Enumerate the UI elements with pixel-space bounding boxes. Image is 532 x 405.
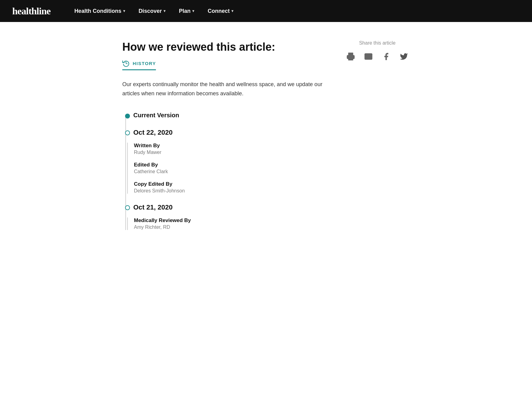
timeline-current-version: Current Version — [133, 111, 327, 119]
nav-item-connect[interactable]: Connect ▾ — [202, 5, 239, 17]
article-review-section: How we reviewed this article: HISTORY Ou… — [122, 40, 410, 239]
nav-item-discover[interactable]: Discover ▾ — [133, 5, 171, 17]
twitter-icon[interactable] — [398, 51, 410, 62]
chevron-down-icon: ▾ — [164, 9, 165, 13]
entry-edited-by: Edited By Catherine Clark — [134, 162, 327, 174]
entry-name-medical: Amy Richter, RD — [134, 224, 327, 230]
timeline-version-2: Oct 21, 2020 Medically Reviewed By Amy R… — [133, 202, 327, 230]
version-entries-1: Written By Rudy Mawer Edited By Catherin… — [127, 143, 327, 194]
entry-role-written: Written By — [134, 143, 327, 149]
review-heading: How we reviewed this article: — [122, 40, 327, 53]
history-icon — [122, 60, 130, 67]
version-date-1: Oct 22, 2020 — [133, 127, 327, 137]
entry-role-medical: Medically Reviewed By — [134, 217, 327, 224]
current-version-label: Current Version — [133, 111, 327, 119]
review-description: Our experts continually monitor the heal… — [122, 80, 327, 98]
print-icon[interactable] — [345, 51, 357, 62]
main-navigation: healthline Health Conditions ▾ Discover … — [0, 0, 532, 22]
nav-menu: Health Conditions ▾ Discover ▾ Plan ▾ Co… — [69, 5, 239, 17]
entry-role-edited: Edited By — [134, 162, 327, 168]
nav-item-health-conditions[interactable]: Health Conditions ▾ — [69, 5, 131, 17]
share-label: Share this article — [345, 40, 410, 46]
timeline: Current Version Oct 22, 2020 Written By … — [122, 111, 327, 230]
version-date-2: Oct 21, 2020 — [133, 202, 327, 211]
entry-name-edited: Catherine Clark — [134, 169, 327, 174]
timeline-dot-filled — [125, 114, 130, 119]
version-entries-2: Medically Reviewed By Amy Richter, RD — [127, 217, 327, 230]
review-left-column: How we reviewed this article: HISTORY Ou… — [122, 40, 327, 239]
email-icon[interactable] — [363, 51, 374, 62]
share-section: Share this article — [345, 40, 410, 62]
share-icons-row — [345, 51, 410, 62]
history-tab[interactable]: HISTORY — [122, 60, 156, 70]
site-logo[interactable]: healthline — [12, 5, 50, 17]
history-tab-label: HISTORY — [133, 61, 156, 66]
entry-medically-reviewed-by: Medically Reviewed By Amy Richter, RD — [134, 217, 327, 230]
facebook-icon[interactable] — [380, 51, 392, 62]
nav-item-plan[interactable]: Plan ▾ — [173, 5, 200, 17]
chevron-down-icon: ▾ — [192, 9, 194, 13]
svg-rect-0 — [349, 57, 353, 60]
entry-name-written: Rudy Mawer — [134, 150, 327, 155]
chevron-down-icon: ▾ — [123, 9, 125, 13]
timeline-dot-open-2 — [125, 205, 130, 210]
main-content: How we reviewed this article: HISTORY Ou… — [98, 22, 434, 263]
entry-written-by: Written By Rudy Mawer — [134, 143, 327, 155]
entry-copy-edited-by: Copy Edited By Delores Smith-Johnson — [134, 181, 327, 194]
timeline-version-1: Oct 22, 2020 Written By Rudy Mawer Edite… — [133, 127, 327, 194]
chevron-down-icon: ▾ — [231, 9, 233, 13]
entry-name-copy-edited: Delores Smith-Johnson — [134, 188, 327, 194]
entry-role-copy-edited: Copy Edited By — [134, 181, 327, 187]
timeline-dot-open-1 — [125, 130, 130, 135]
